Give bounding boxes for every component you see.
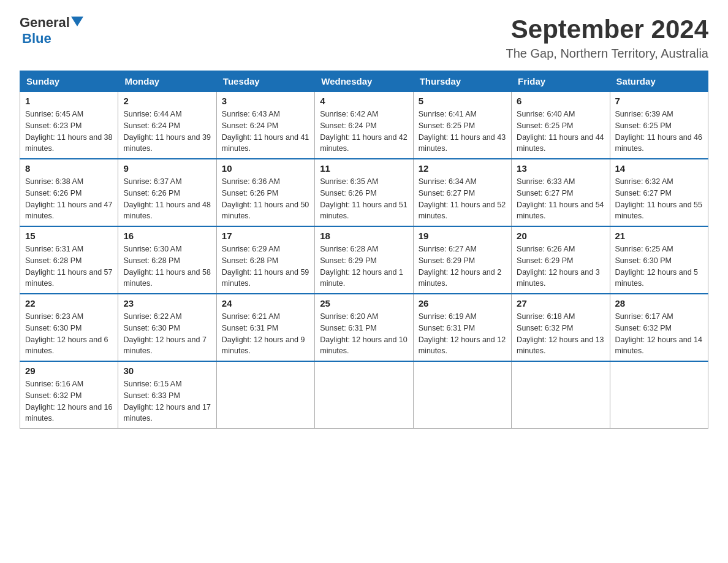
calendar-cell: 8Sunrise: 6:38 AMSunset: 6:26 PMDaylight… — [20, 159, 118, 226]
calendar-cell: 13Sunrise: 6:33 AMSunset: 6:27 PMDayligh… — [512, 159, 610, 226]
calendar-cell: 18Sunrise: 6:28 AMSunset: 6:29 PMDayligh… — [315, 226, 413, 294]
day-info: Sunrise: 6:36 AMSunset: 6:26 PMDaylight:… — [222, 176, 309, 222]
day-number: 14 — [615, 163, 703, 174]
calendar-cell: 27Sunrise: 6:18 AMSunset: 6:32 PMDayligh… — [512, 294, 610, 361]
col-header-friday: Friday — [512, 71, 610, 92]
col-header-tuesday: Tuesday — [216, 71, 314, 92]
calendar-cell: 4Sunrise: 6:42 AMSunset: 6:24 PMDaylight… — [315, 92, 413, 159]
calendar-cell: 1Sunrise: 6:45 AMSunset: 6:23 PMDaylight… — [20, 92, 118, 159]
day-number: 13 — [517, 163, 604, 174]
day-info: Sunrise: 6:42 AMSunset: 6:24 PMDaylight:… — [320, 109, 408, 155]
calendar-cell: 21Sunrise: 6:25 AMSunset: 6:30 PMDayligh… — [610, 226, 708, 294]
day-number: 16 — [123, 231, 211, 241]
col-header-thursday: Thursday — [413, 71, 511, 92]
calendar-cell: 10Sunrise: 6:36 AMSunset: 6:26 PMDayligh… — [216, 159, 314, 226]
day-number: 4 — [320, 96, 408, 106]
calendar-cell: 17Sunrise: 6:29 AMSunset: 6:28 PMDayligh… — [216, 226, 314, 294]
day-number: 30 — [123, 366, 211, 376]
day-info: Sunrise: 6:16 AMSunset: 6:32 PMDaylight:… — [25, 378, 113, 424]
calendar-cell — [610, 361, 708, 429]
day-number: 22 — [25, 298, 113, 308]
calendar-cell: 2Sunrise: 6:44 AMSunset: 6:24 PMDaylight… — [118, 92, 216, 159]
calendar-cell: 14Sunrise: 6:32 AMSunset: 6:27 PMDayligh… — [610, 159, 708, 226]
calendar-cell: 25Sunrise: 6:20 AMSunset: 6:31 PMDayligh… — [315, 294, 413, 361]
month-year-title: September 2024 — [506, 15, 708, 44]
day-number: 15 — [25, 231, 113, 241]
calendar-cell: 9Sunrise: 6:37 AMSunset: 6:26 PMDaylight… — [118, 159, 216, 226]
day-info: Sunrise: 6:33 AMSunset: 6:27 PMDaylight:… — [517, 176, 604, 222]
day-number: 18 — [320, 231, 408, 241]
day-number: 9 — [123, 163, 211, 174]
col-header-monday: Monday — [118, 71, 216, 92]
day-info: Sunrise: 6:19 AMSunset: 6:31 PMDaylight:… — [419, 311, 506, 357]
calendar-cell: 20Sunrise: 6:26 AMSunset: 6:29 PMDayligh… — [512, 226, 610, 294]
calendar-cell: 19Sunrise: 6:27 AMSunset: 6:29 PMDayligh… — [413, 226, 511, 294]
day-info: Sunrise: 6:45 AMSunset: 6:23 PMDaylight:… — [25, 109, 113, 155]
day-info: Sunrise: 6:41 AMSunset: 6:25 PMDaylight:… — [419, 109, 506, 155]
day-number: 21 — [615, 231, 703, 241]
day-info: Sunrise: 6:17 AMSunset: 6:32 PMDaylight:… — [615, 311, 703, 357]
day-info: Sunrise: 6:20 AMSunset: 6:31 PMDaylight:… — [320, 311, 408, 357]
logo: General Blue — [20, 15, 83, 47]
calendar-cell: 15Sunrise: 6:31 AMSunset: 6:28 PMDayligh… — [20, 226, 118, 294]
day-info: Sunrise: 6:15 AMSunset: 6:33 PMDaylight:… — [123, 378, 211, 424]
calendar-cell: 24Sunrise: 6:21 AMSunset: 6:31 PMDayligh… — [216, 294, 314, 361]
calendar-cell — [315, 361, 413, 429]
day-info: Sunrise: 6:27 AMSunset: 6:29 PMDaylight:… — [419, 243, 506, 289]
day-info: Sunrise: 6:32 AMSunset: 6:27 PMDaylight:… — [615, 176, 703, 222]
col-header-sunday: Sunday — [20, 71, 118, 92]
calendar-week-row: 1Sunrise: 6:45 AMSunset: 6:23 PMDaylight… — [20, 92, 708, 159]
day-number: 6 — [517, 96, 604, 106]
day-info: Sunrise: 6:37 AMSunset: 6:26 PMDaylight:… — [123, 176, 211, 222]
day-number: 20 — [517, 231, 604, 241]
day-number: 26 — [419, 298, 506, 308]
calendar-cell: 26Sunrise: 6:19 AMSunset: 6:31 PMDayligh… — [413, 294, 511, 361]
day-number: 5 — [419, 96, 506, 106]
col-header-saturday: Saturday — [610, 71, 708, 92]
calendar-cell: 23Sunrise: 6:22 AMSunset: 6:30 PMDayligh… — [118, 294, 216, 361]
title-block: September 2024 The Gap, Northern Territo… — [506, 15, 708, 61]
day-info: Sunrise: 6:30 AMSunset: 6:28 PMDaylight:… — [123, 243, 211, 289]
day-number: 8 — [25, 163, 113, 174]
day-info: Sunrise: 6:28 AMSunset: 6:29 PMDaylight:… — [320, 243, 408, 289]
calendar-cell: 12Sunrise: 6:34 AMSunset: 6:27 PMDayligh… — [413, 159, 511, 226]
day-number: 25 — [320, 298, 408, 308]
day-info: Sunrise: 6:29 AMSunset: 6:28 PMDaylight:… — [222, 243, 309, 289]
day-number: 24 — [222, 298, 309, 308]
day-info: Sunrise: 6:34 AMSunset: 6:27 PMDaylight:… — [419, 176, 506, 222]
day-number: 12 — [419, 163, 506, 174]
calendar-cell: 7Sunrise: 6:39 AMSunset: 6:25 PMDaylight… — [610, 92, 708, 159]
location-subtitle: The Gap, Northern Territory, Australia — [506, 47, 708, 61]
day-info: Sunrise: 6:44 AMSunset: 6:24 PMDaylight:… — [123, 109, 211, 155]
page-header: General Blue September 2024 The Gap, Nor… — [20, 15, 708, 61]
calendar-cell: 28Sunrise: 6:17 AMSunset: 6:32 PMDayligh… — [610, 294, 708, 361]
calendar-cell: 6Sunrise: 6:40 AMSunset: 6:25 PMDaylight… — [512, 92, 610, 159]
day-info: Sunrise: 6:25 AMSunset: 6:30 PMDaylight:… — [615, 243, 703, 289]
day-info: Sunrise: 6:43 AMSunset: 6:24 PMDaylight:… — [222, 109, 309, 155]
day-number: 19 — [419, 231, 506, 241]
calendar-cell: 22Sunrise: 6:23 AMSunset: 6:30 PMDayligh… — [20, 294, 118, 361]
day-info: Sunrise: 6:39 AMSunset: 6:25 PMDaylight:… — [615, 109, 703, 155]
calendar-cell: 3Sunrise: 6:43 AMSunset: 6:24 PMDaylight… — [216, 92, 314, 159]
day-number: 23 — [123, 298, 211, 308]
calendar-week-row: 22Sunrise: 6:23 AMSunset: 6:30 PMDayligh… — [20, 294, 708, 361]
day-number: 27 — [517, 298, 604, 308]
calendar-week-row: 15Sunrise: 6:31 AMSunset: 6:28 PMDayligh… — [20, 226, 708, 294]
calendar-cell: 16Sunrise: 6:30 AMSunset: 6:28 PMDayligh… — [118, 226, 216, 294]
calendar-table: SundayMondayTuesdayWednesdayThursdayFrid… — [20, 71, 708, 429]
day-number: 2 — [123, 96, 211, 106]
calendar-cell — [512, 361, 610, 429]
day-info: Sunrise: 6:21 AMSunset: 6:31 PMDaylight:… — [222, 311, 309, 357]
logo-general-text: General — [20, 15, 70, 31]
day-info: Sunrise: 6:18 AMSunset: 6:32 PMDaylight:… — [517, 311, 604, 357]
calendar-cell: 30Sunrise: 6:15 AMSunset: 6:33 PMDayligh… — [118, 361, 216, 429]
calendar-cell — [413, 361, 511, 429]
calendar-header-row: SundayMondayTuesdayWednesdayThursdayFrid… — [20, 71, 708, 92]
day-info: Sunrise: 6:38 AMSunset: 6:26 PMDaylight:… — [25, 176, 113, 222]
calendar-cell — [216, 361, 314, 429]
calendar-cell: 5Sunrise: 6:41 AMSunset: 6:25 PMDaylight… — [413, 92, 511, 159]
col-header-wednesday: Wednesday — [315, 71, 413, 92]
day-number: 28 — [615, 298, 703, 308]
day-info: Sunrise: 6:23 AMSunset: 6:30 PMDaylight:… — [25, 311, 113, 357]
day-info: Sunrise: 6:26 AMSunset: 6:29 PMDaylight:… — [517, 243, 604, 289]
